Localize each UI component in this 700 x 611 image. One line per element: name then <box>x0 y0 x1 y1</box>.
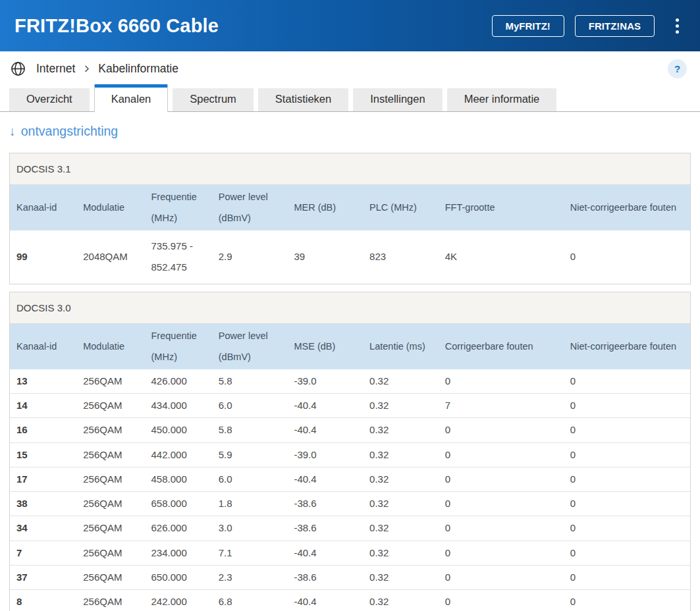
table-cell: 450.000 <box>145 418 212 442</box>
table-cell: 0 <box>439 442 564 467</box>
docsis31-section: DOCSIS 3.1 Kanaal-idModulatieFrequentie … <box>9 153 691 284</box>
table-cell: 7 <box>439 394 564 418</box>
table-cell: 5.8 <box>212 369 288 394</box>
column-header: Kanaal-id <box>10 324 76 369</box>
table-cell: 0.32 <box>363 565 439 589</box>
table-cell: 0.32 <box>363 442 439 467</box>
table-cell: 0 <box>564 467 690 491</box>
column-header: Frequentie (MHz) <box>145 185 212 230</box>
table-cell: 256QAM <box>76 369 144 394</box>
header-actions: MyFRITZ! FRITZ!NAS <box>492 14 686 38</box>
table-cell: 650.000 <box>145 565 212 589</box>
table-cell: -40.4 <box>287 467 363 491</box>
kebab-menu-icon[interactable] <box>669 14 686 38</box>
table-cell: 426.000 <box>145 369 212 394</box>
tab-overzicht[interactable]: Overzicht <box>9 88 90 111</box>
table-cell: 0.32 <box>363 467 439 491</box>
table-cell: 34 <box>10 516 76 541</box>
tab-meer-informatie[interactable]: Meer informatie <box>447 88 557 111</box>
column-header: MSE (dB) <box>287 324 363 369</box>
table-row: 16256QAM450.0005.8-40.40.3200 <box>10 418 690 442</box>
table-cell: 4K <box>439 230 564 284</box>
table-cell: 3.0 <box>212 516 288 541</box>
table-cell: 0 <box>439 492 564 516</box>
table-cell: 6.0 <box>212 467 288 491</box>
tab-spectrum[interactable]: Spectrum <box>173 88 254 111</box>
table-cell: -38.6 <box>287 516 363 541</box>
table-row: 14256QAM434.0006.0-40.40.3270 <box>10 394 690 418</box>
table-cell: 256QAM <box>76 492 144 516</box>
table-cell: 0 <box>564 565 690 589</box>
table-cell: 7.1 <box>212 541 288 565</box>
table-cell: 0.32 <box>363 590 439 611</box>
table-cell: -40.4 <box>287 541 363 565</box>
column-header: Kanaal-id <box>10 185 76 230</box>
table-row: 15256QAM442.0005.9-39.00.3200 <box>10 442 690 467</box>
down-arrow-icon: ↓ <box>9 124 16 139</box>
breadcrumb-item-internet[interactable]: Internet <box>36 62 75 76</box>
tab-instellingen[interactable]: Instellingen <box>353 88 442 111</box>
table-cell: 38 <box>10 492 76 516</box>
table-cell: 99 <box>10 230 76 284</box>
column-header: Modulatie <box>76 324 144 369</box>
docsis31-table: Kanaal-idModulatieFrequentie (MHz)Power … <box>10 185 690 284</box>
table-cell: 256QAM <box>76 590 144 611</box>
table-cell: 2.9 <box>212 230 288 284</box>
table-cell: 0 <box>439 418 564 442</box>
table-cell: 6.0 <box>212 394 288 418</box>
breadcrumb-item-kabelinformatie: Kabelinformatie <box>98 62 178 76</box>
table-cell: 0 <box>564 590 690 611</box>
table-cell: 0 <box>564 418 690 442</box>
tab-kanalen[interactable]: Kanalen <box>94 84 169 112</box>
fritznas-button[interactable]: FRITZ!NAS <box>575 15 655 37</box>
help-button[interactable]: ? <box>668 59 687 78</box>
table-cell: 8 <box>10 590 76 611</box>
app-title: FRITZ!Box 6660 Cable <box>14 15 492 37</box>
table-cell: 2048QAM <box>76 230 144 284</box>
table-cell: 15 <box>10 442 76 467</box>
table-cell: 658.000 <box>145 492 212 516</box>
table-cell: -38.6 <box>287 492 363 516</box>
docsis30-title: DOCSIS 3.0 <box>10 292 690 324</box>
docsis31-body: 992048QAM735.975 - 852.4752.9398234K0 <box>10 230 690 284</box>
myfritz-button[interactable]: MyFRITZ! <box>492 15 564 37</box>
column-header: Modulatie <box>76 185 144 230</box>
column-header: Niet-corrigeerbare fouten <box>564 185 690 230</box>
direction-heading-label: ontvangstrichting <box>21 124 118 139</box>
table-cell: 626.000 <box>145 516 212 541</box>
table-cell: -39.0 <box>287 369 363 394</box>
table-cell: 0 <box>564 541 690 565</box>
table-row: 8256QAM242.0006.8-40.40.3200 <box>10 590 690 611</box>
table-cell: 0 <box>564 230 690 284</box>
table-cell: 256QAM <box>76 394 144 418</box>
table-cell: 256QAM <box>76 565 144 589</box>
direction-heading-link[interactable]: ↓ ontvangstrichting <box>9 124 118 139</box>
table-cell: 0 <box>439 590 564 611</box>
table-cell: 39 <box>287 230 363 284</box>
table-cell: 14 <box>10 394 76 418</box>
table-cell: 17 <box>10 467 76 491</box>
column-header: FFT-grootte <box>439 185 564 230</box>
table-cell: 13 <box>10 369 76 394</box>
table-cell: 0 <box>439 565 564 589</box>
table-cell: 7 <box>10 541 76 565</box>
table-cell: 5.9 <box>212 442 288 467</box>
table-cell: 0.32 <box>363 516 439 541</box>
table-cell: -38.6 <box>287 565 363 589</box>
column-header: Niet-corrigeerbare fouten <box>564 324 690 369</box>
table-cell: 0.32 <box>363 418 439 442</box>
chevron-right-icon <box>82 64 92 74</box>
table-cell: 0 <box>564 492 690 516</box>
table-cell: 0 <box>564 394 690 418</box>
column-header: PLC (MHz) <box>363 185 439 230</box>
table-cell: 1.8 <box>212 492 288 516</box>
table-row: 13256QAM426.0005.8-39.00.3200 <box>10 369 690 394</box>
table-cell: 234.000 <box>145 541 212 565</box>
breadcrumb: Internet Kabelinformatie ? <box>0 51 700 82</box>
docsis30-table: Kanaal-idModulatieFrequentie (MHz)Power … <box>10 324 690 611</box>
table-cell: -40.4 <box>287 394 363 418</box>
table-cell: 2.3 <box>212 565 288 589</box>
table-cell: 0.32 <box>363 492 439 516</box>
table-cell: 0.32 <box>363 369 439 394</box>
tab-statistieken[interactable]: Statistieken <box>258 88 348 111</box>
